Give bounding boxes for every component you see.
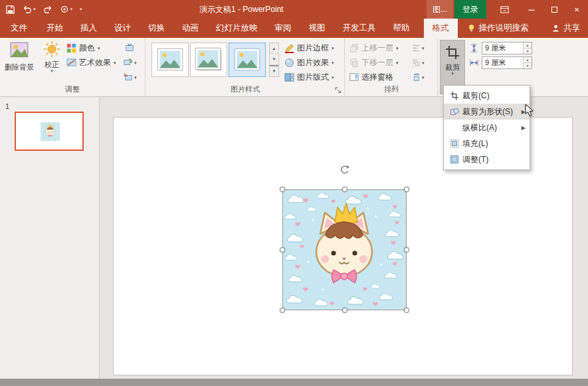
selection-pane-button[interactable]: 选择窗格 [349, 70, 393, 84]
group-label-picture-styles: 图片样式 [146, 84, 344, 94]
customize-qat-icon[interactable]: ▾ [80, 7, 82, 12]
picture-style-option-3-selected[interactable] [229, 43, 266, 77]
height-spin-buttons: ▲ ▼ [523, 43, 532, 54]
minimize-button[interactable]: ─ [520, 0, 543, 19]
resize-handle-w[interactable] [280, 247, 285, 252]
group-arrange: 上移一层 ▾ 下移一层 ▾ 选择窗格 ▾ ▾ ▾ [345, 38, 438, 96]
close-button[interactable]: × [565, 0, 588, 19]
reset-picture-icon [124, 72, 133, 82]
menu-item-fit-label: 调整(T) [462, 154, 488, 165]
tell-me-box[interactable]: 操作说明搜索 [467, 19, 529, 38]
cat-princess-picture [283, 190, 406, 310]
picture-layout-label: 图片版式 [297, 72, 329, 83]
menu-item-crop-to-shape[interactable]: 裁剪为形状(S) ▶ [444, 104, 530, 120]
width-spin-buttons: ▲ ▼ [523, 57, 532, 68]
gallery-more-icon[interactable]: ▼ [270, 65, 278, 76]
tab-help[interactable]: 帮助 [385, 19, 419, 38]
style-thumbnail-icon [232, 47, 262, 72]
menu-item-fill[interactable]: 填充(L) [444, 136, 530, 151]
tab-file[interactable]: 文件 [0, 19, 38, 38]
ribbon-display-options-icon[interactable] [500, 5, 510, 15]
gallery-up-icon[interactable]: ▲ [270, 43, 278, 54]
resize-handle-nw[interactable] [280, 187, 285, 192]
tab-insert[interactable]: 插入 [72, 19, 106, 38]
bring-forward-icon [349, 43, 359, 52]
tab-format-active[interactable]: 格式 [424, 19, 458, 38]
menu-item-aspect-ratio[interactable]: 纵横比(A) ▶ [444, 120, 530, 136]
group-objects-icon [412, 58, 421, 67]
menu-item-fit[interactable]: 调整(T) [444, 151, 530, 167]
shape-width-value[interactable]: 9 厘米 [482, 57, 523, 68]
reset-picture-button[interactable]: ▾ [124, 71, 137, 83]
width-spin-down-icon[interactable]: ▼ [524, 63, 532, 68]
tab-view[interactable]: 视图 [300, 19, 334, 38]
tab-animations[interactable]: 动画 [173, 19, 207, 38]
resize-handle-sw[interactable] [280, 308, 285, 313]
picture-effects-button[interactable]: 图片效果 ▾ [284, 56, 334, 69]
picture-style-option-1[interactable] [151, 43, 189, 77]
tab-home[interactable]: 开始 [38, 19, 72, 38]
touch-mode-icon[interactable]: ▾ [60, 5, 73, 14]
picture-effects-icon [284, 58, 294, 68]
send-backward-button[interactable]: 下移一层 ▾ [349, 56, 399, 69]
shape-width-field[interactable]: 9 厘米 ▲ ▼ [482, 56, 532, 69]
resize-handle-s[interactable] [342, 308, 347, 313]
gallery-down-icon[interactable]: ▼ [270, 54, 278, 64]
crop-menu-icon [446, 90, 462, 102]
artistic-effects-button[interactable]: 艺术效果 ▾ [66, 56, 116, 69]
resize-handle-se[interactable] [404, 308, 409, 313]
lightbulb-icon [467, 24, 476, 33]
picture-border-button[interactable]: 图片边框 ▾ [284, 41, 334, 54]
resize-handle-e[interactable] [404, 247, 409, 252]
crop-dropdown-menu: 裁剪(C) 裁剪为形状(S) ▶ 纵横比(A) ▶ 填充(L) 调整(T) [443, 85, 530, 170]
menu-item-fill-label: 填充(L) [462, 138, 488, 149]
color-icon [66, 43, 76, 53]
resize-handle-n[interactable] [342, 187, 347, 192]
picture-effects-label: 图片效果 [297, 57, 329, 68]
shape-height-value[interactable]: 9 厘米 [482, 43, 523, 54]
tab-review[interactable]: 审阅 [266, 19, 300, 38]
menu-item-aspect-ratio-label: 纵横比(A) [462, 122, 497, 134]
selection-pane-label: 选择窗格 [361, 72, 393, 83]
crop-label: 裁剪 [445, 63, 460, 71]
fill-icon [446, 138, 462, 149]
save-icon[interactable] [5, 5, 15, 15]
tab-design[interactable]: 设计 [106, 19, 140, 38]
menu-item-crop-to-shape-label: 裁剪为形状(S) [462, 106, 513, 118]
tab-slideshow[interactable]: 幻灯片放映 [207, 19, 266, 38]
picture-styles-gallery [151, 43, 267, 77]
maximize-button[interactable] [543, 0, 565, 19]
share-button[interactable]: 共享 [551, 19, 580, 38]
change-picture-button[interactable]: ▾ [124, 56, 137, 68]
picture-styles-dialog-launcher[interactable] [334, 86, 342, 94]
height-spin-up-icon[interactable]: ▲ [524, 43, 532, 48]
sign-in-button[interactable]: 登录 [454, 0, 486, 19]
selected-picture[interactable] [283, 190, 406, 310]
dialog-launcher-icon [335, 87, 342, 94]
height-spin-down-icon[interactable]: ▼ [524, 48, 532, 54]
resize-handle-ne[interactable] [404, 187, 409, 192]
picture-border-label: 图片边框 [297, 43, 329, 54]
width-spin-up-icon[interactable]: ▲ [524, 57, 532, 63]
tab-transitions[interactable]: 切换 [140, 19, 173, 38]
picture-style-option-2[interactable] [190, 43, 227, 77]
bring-forward-button[interactable]: 上移一层 ▾ [349, 41, 399, 54]
shape-height-field[interactable]: 9 厘米 ▲ ▼ [482, 42, 532, 54]
compress-picture-button[interactable] [125, 42, 134, 54]
color-button[interactable]: 颜色 ▾ [66, 41, 100, 54]
align-icon [412, 44, 421, 52]
width-icon [469, 58, 479, 68]
artistic-effects-label: 艺术效果 [79, 57, 111, 68]
sun-icon [43, 41, 60, 58]
rotation-handle[interactable] [340, 165, 350, 175]
undo-caret-icon: ▾ [33, 7, 36, 12]
undo-icon[interactable]: ▾ [23, 5, 36, 14]
align-button[interactable]: ▾ [412, 42, 425, 54]
group-objects-button[interactable]: ▾ [412, 56, 425, 68]
menu-item-crop[interactable]: 裁剪(C) [444, 88, 530, 104]
rotate-button[interactable]: ▾ [412, 71, 425, 83]
slide-thumbnail-1[interactable] [15, 112, 84, 151]
redo-icon[interactable] [43, 5, 52, 14]
tab-developer[interactable]: 开发工具 [334, 19, 385, 38]
picture-layout-button[interactable]: 图片版式 ▾ [284, 70, 334, 84]
